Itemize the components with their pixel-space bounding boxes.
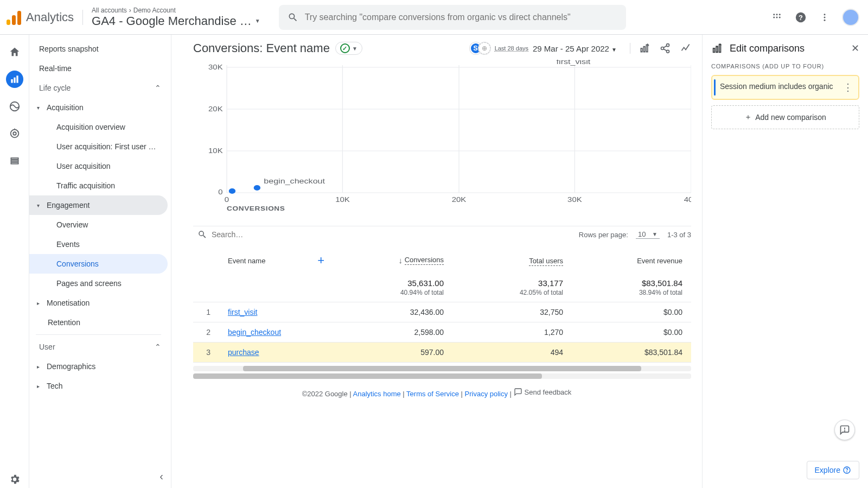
svg-text:?: ? [799, 13, 803, 21]
sidebar-section-lifecycle[interactable]: Life cycle ⌃ [29, 78, 168, 98]
property-name[interactable]: GA4 - Google Merchandise … ▼ [92, 14, 260, 28]
share-icon[interactable] [660, 43, 671, 54]
table-search-input[interactable] [212, 230, 307, 239]
table-row[interactable]: 1first_visit32,436.0032,750$0.00 [193, 302, 691, 322]
chevron-down-icon: ▼ [352, 46, 358, 52]
explore-button[interactable]: Explore [807, 461, 859, 479]
sidebar-eng-events[interactable]: Events [29, 235, 168, 254]
sidebar-eng-overview[interactable]: Overview [29, 215, 168, 235]
scatter-chart: 0 10K 20K 30K 0 10K 20K 30K 40K CONVERSI… [193, 60, 691, 217]
sidebar-acq-user-first[interactable]: User acquisition: First user … [29, 137, 168, 156]
account-selector[interactable]: All accounts›Demo Account GA4 - Google M… [92, 7, 260, 28]
apps-icon[interactable] [770, 11, 783, 24]
footer-home-link[interactable]: Analytics home [353, 390, 401, 398]
sidebar-acq-traffic[interactable]: Traffic acquisition [29, 176, 168, 195]
logo[interactable]: Analytics [7, 10, 83, 25]
status-pill[interactable]: ✓ ▼ [335, 42, 362, 55]
svg-rect-51 [719, 45, 721, 53]
footer-tos-link[interactable]: Terms of Service [406, 390, 459, 398]
caret-down-icon: ▾ [37, 105, 42, 111]
cell-users: 494 [452, 343, 572, 363]
data-table-section: Rows per page: 10 ▼ 1-3 of 3 Event name [193, 226, 691, 363]
event-link[interactable]: first_visit [228, 308, 257, 316]
conversions-table: Event name + ↓ Conversions Total users E… [193, 243, 691, 363]
rail-admin[interactable] [6, 471, 23, 488]
row-index: 1 [193, 302, 219, 322]
event-link[interactable]: purchase [228, 348, 259, 357]
sidebar-retention[interactable]: Retention [29, 313, 168, 332]
sidebar-acq-user[interactable]: User acquisition [29, 156, 168, 176]
col-header-event[interactable]: Event name [228, 257, 265, 265]
table-search[interactable] [197, 230, 333, 239]
col-header-conversions[interactable]: ↓ Conversions [333, 243, 452, 273]
svg-point-23 [667, 44, 669, 47]
avatar[interactable] [842, 9, 859, 26]
date-range[interactable]: 29 Mar - 25 Apr 2022 ▼ [533, 44, 617, 53]
horizontal-scrollbar[interactable] [193, 373, 691, 379]
svg-point-8 [824, 14, 826, 15]
comparison-badges[interactable]: S ⊕ [470, 42, 490, 54]
rail-reports[interactable] [6, 71, 23, 88]
more-vert-icon[interactable] [818, 11, 831, 24]
comparison-card[interactable]: Session medium includes organic ⋮ [711, 75, 859, 100]
rows-per-page-select[interactable]: 10 ▼ [636, 230, 660, 239]
product-name: Analytics [26, 10, 74, 24]
add-dimension-button[interactable]: + [317, 253, 324, 268]
horizontal-scrollbar[interactable] [193, 366, 691, 371]
close-icon[interactable]: ✕ [851, 42, 859, 54]
svg-text:20K: 20K [208, 105, 222, 112]
svg-text:0: 0 [225, 196, 229, 203]
chevron-down-icon: ▼ [611, 47, 617, 53]
date-preset-label[interactable]: Last 28 days [495, 45, 528, 52]
sidebar-engagement[interactable]: ▾ Engagement [29, 195, 168, 215]
sidebar-snapshot[interactable]: Reports snapshot [29, 39, 168, 59]
sidebar-eng-pages[interactable]: Pages and screens [29, 274, 168, 293]
collapse-sidebar-button[interactable]: ‹ [159, 470, 163, 483]
more-vert-icon[interactable]: ⋮ [843, 81, 853, 93]
svg-point-16 [13, 132, 16, 135]
event-link[interactable]: begin_checkout [228, 328, 281, 337]
sidebar-acq-overview[interactable]: Acquisition overview [29, 117, 168, 137]
caret-right-icon: ▸ [37, 300, 42, 306]
comparisons-icon [711, 42, 723, 54]
row-index: 2 [193, 322, 219, 343]
search-box[interactable] [279, 5, 626, 30]
rail-advertising[interactable] [6, 125, 23, 142]
add-comparison-button[interactable]: ＋ Add new comparison [711, 105, 859, 129]
rail-configure[interactable] [6, 152, 23, 169]
col-header-users[interactable]: Total users [452, 243, 572, 273]
search-input[interactable] [305, 12, 617, 22]
help-icon[interactable]: ? [794, 11, 807, 24]
svg-point-9 [824, 16, 826, 18]
panel-subtitle: COMPARISONS (ADD UP TO FOUR) [711, 63, 859, 69]
svg-text:30K: 30K [567, 196, 582, 203]
svg-rect-17 [11, 158, 18, 160]
svg-rect-20 [641, 48, 642, 52]
svg-text:40K: 40K [684, 196, 691, 203]
rail-home[interactable] [6, 43, 23, 61]
sidebar-acquisition[interactable]: ▾ Acquisition [29, 98, 168, 117]
sidebar-section-user[interactable]: User ⌃ [29, 337, 168, 357]
sidebar-realtime[interactable]: Real-time [29, 59, 168, 78]
insights-icon[interactable] [680, 43, 691, 54]
sidebar-demographics[interactable]: ▸ Demographics [29, 357, 168, 376]
svg-text:begin_checkout: begin_checkout [264, 177, 325, 185]
rail-explore[interactable] [6, 98, 23, 115]
chart-point-begin-checkout[interactable] [254, 185, 260, 191]
sidebar-tech[interactable]: ▸ Tech [29, 376, 168, 396]
table-row[interactable]: 2begin_checkout2,598.001,270$0.00 [193, 322, 691, 343]
chart-point-purchase[interactable] [229, 188, 235, 194]
footer: ©2022 Google | Analytics home | Terms of… [171, 383, 702, 405]
help-outline-icon [843, 466, 851, 474]
table-row[interactable]: 3purchase597.00494$83,501.84 [193, 343, 691, 363]
sidebar-monetisation[interactable]: ▸ Monetisation [29, 293, 168, 313]
svg-rect-49 [713, 48, 715, 52]
header-actions: ? [762, 9, 859, 26]
sidebar-eng-conversions[interactable]: Conversions [29, 254, 168, 274]
col-header-revenue[interactable]: Event revenue [572, 243, 691, 273]
footer-privacy-link[interactable]: Privacy policy [465, 390, 508, 398]
customize-report-icon[interactable] [639, 43, 650, 54]
footer-feedback[interactable]: Send feedback [514, 388, 572, 396]
rows-per-page-label: Rows per page: [579, 231, 628, 239]
svg-point-53 [847, 472, 847, 472]
